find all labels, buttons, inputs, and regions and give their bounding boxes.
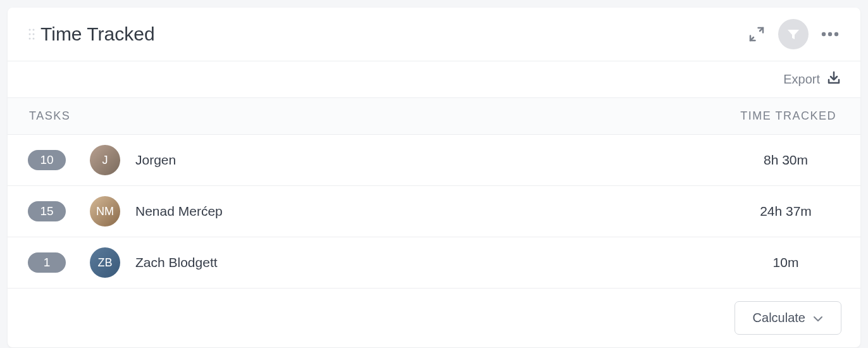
time-value: 24h 37m (735, 204, 836, 219)
expand-icon[interactable] (745, 23, 768, 46)
user-name: Nenad Merćep (135, 204, 735, 219)
export-label: Export (783, 72, 820, 87)
avatar: NM (90, 196, 120, 227)
task-count-badge: 15 (28, 201, 66, 221)
svg-point-2 (29, 34, 31, 35)
table-row[interactable]: 10JJorgen8h 30m (8, 135, 860, 186)
task-count-badge: 10 (28, 150, 66, 170)
svg-point-1 (33, 29, 35, 31)
calculate-button[interactable]: Calculate (735, 301, 841, 335)
drag-handle-icon[interactable] (28, 28, 35, 40)
rows-container: 10JJorgen8h 30m15NMNenad Merćep24h 37m1Z… (8, 135, 860, 289)
avatar: J (90, 145, 120, 175)
svg-point-8 (834, 32, 838, 36)
column-tasks: TASKS (29, 109, 70, 123)
toolbar: Export (8, 61, 860, 98)
table-row[interactable]: 15NMNenad Merćep24h 37m (8, 186, 860, 237)
svg-point-5 (33, 38, 35, 40)
table-row[interactable]: 1ZBZach Blodgett10m (8, 237, 860, 289)
column-headers: TASKS TIME TRACKED (8, 98, 860, 135)
time-tracked-card: Time Tracked Export (8, 8, 860, 347)
calculate-label: Calculate (753, 311, 805, 325)
time-value: 8h 30m (735, 152, 836, 168)
svg-point-4 (29, 38, 31, 40)
more-icon[interactable] (819, 23, 841, 46)
export-button[interactable]: Export (783, 70, 841, 89)
task-count-badge: 1 (28, 252, 66, 273)
column-time-tracked: TIME TRACKED (740, 109, 836, 123)
svg-point-6 (822, 32, 826, 36)
time-value: 10m (735, 255, 836, 270)
title-wrap: Time Tracked (28, 23, 155, 45)
user-name: Jorgen (135, 152, 735, 168)
svg-point-3 (33, 34, 35, 35)
card-header: Time Tracked (8, 8, 860, 61)
filter-icon[interactable] (778, 19, 809, 49)
avatar: ZB (90, 247, 120, 278)
user-name: Zach Blodgett (135, 255, 735, 270)
download-icon (826, 70, 841, 89)
svg-point-0 (29, 29, 31, 31)
card-footer: Calculate (8, 289, 860, 347)
card-title: Time Tracked (40, 23, 155, 45)
svg-point-7 (828, 32, 832, 36)
header-actions (745, 19, 841, 49)
chevron-down-icon (813, 311, 823, 325)
